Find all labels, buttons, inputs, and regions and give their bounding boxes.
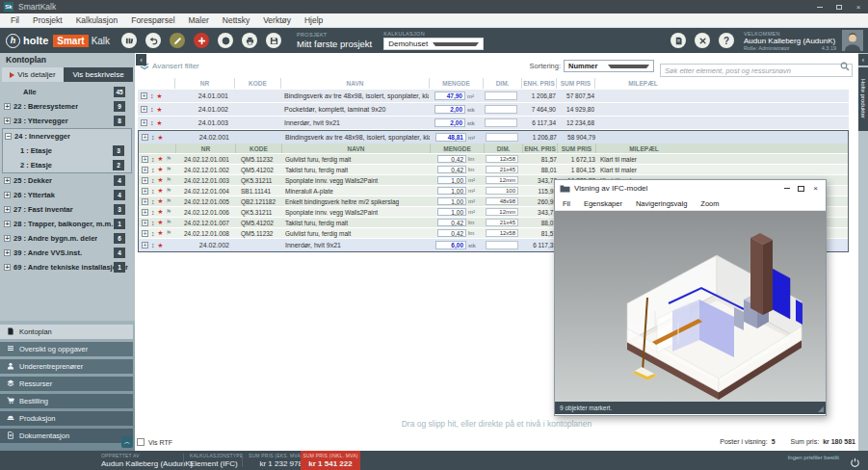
favorite-star-icon[interactable]: ★ [157,119,163,127]
column-header[interactable]: SUM PRIS [556,78,594,89]
expand-icon[interactable]: + [141,119,147,126]
favorite-star-icon[interactable]: ★ [158,197,164,205]
expand-icon[interactable]: + [4,103,11,110]
move-handle-icon[interactable]: ↕ [151,134,155,141]
column-header[interactable]: ENH. PRIS [522,144,557,153]
menubar-item[interactable]: Forespørsel [124,15,181,25]
ifc-minimize-button[interactable] [779,182,794,195]
search-icon[interactable] [840,62,850,71]
favorite-star-icon[interactable]: ★ [157,92,163,100]
quantity-input[interactable]: 1,00 [437,208,466,216]
tree-item[interactable]: +26 : Yttertak4 [0,188,135,202]
favorite-star-icon[interactable]: ★ [158,208,164,216]
quantity-input[interactable]: 0,42 [437,166,466,173]
quantity-input[interactable]: 1,00 [437,176,466,184]
move-handle-icon[interactable]: ↕ [151,177,155,184]
move-handle-icon[interactable]: ↕ [151,209,155,216]
quantity-input[interactable]: 47,90 [434,91,465,100]
dimension-input[interactable]: 12x58 [486,155,518,163]
table-row[interactable]: +↕★24.02.001Bindingsverk av tre 48x98, i… [139,131,848,144]
tree-item[interactable]: +22 : Bæresystemer9 [0,99,135,114]
ifc-maximize-button[interactable] [794,182,808,195]
sidebar-nav-kontoplan[interactable]: Kontoplan [0,325,133,339]
expand-icon[interactable]: + [142,156,148,163]
dimension-input[interactable]: 21x45 [486,166,518,173]
collapse-sidebar-button[interactable]: ‹ [136,54,146,65]
column-header[interactable]: MENGDE [430,144,484,153]
menubar-item[interactable]: Maler [182,15,216,25]
table-row[interactable]: +↕★24.01.002Pocketdør, komplett, laminat… [138,103,849,116]
tree-item[interactable]: 1 : Etasje3 [3,144,131,158]
milestone-flag-icon[interactable]: ⚑ [166,197,171,205]
tree-item[interactable]: −24 : Innervegger [3,129,131,144]
minimize-button[interactable] [810,0,829,13]
expand-icon[interactable]: + [4,192,11,198]
add-icon[interactable] [194,33,209,48]
table-row[interactable]: +↕★24.01.003Innerdør, hvit 9x212,00stk6 … [138,117,849,129]
expand-icon[interactable]: + [4,118,11,124]
milestone-flag-icon[interactable]: ⚑ [166,176,171,184]
menubar-item[interactable]: Verktøy [256,15,298,25]
column-header[interactable]: DIM. [484,144,522,153]
table-row[interactable]: +↕★⚑24.02.12.01.002QM5.41202Taklist furu… [139,165,848,174]
menubar-item[interactable]: Kalkulasjon [69,15,124,25]
quantity-input[interactable]: 0,42 [437,155,466,163]
expand-icon[interactable]: + [142,230,148,237]
dimension-input[interactable] [485,118,517,127]
tab-vis-detaljer[interactable]: Vis detaljer [2,67,64,82]
dimension-input[interactable] [485,91,517,100]
favorite-star-icon[interactable]: ★ [158,242,164,249]
move-handle-icon[interactable]: ↕ [151,167,155,173]
advanced-filter-toggle[interactable]: Avansert filter [152,62,199,70]
resize-grip-icon[interactable] [818,406,824,412]
table-row[interactable]: +↕★24.01.001Bindingsverk av tre 48x98, i… [138,90,849,102]
quantity-input[interactable]: 48,81 [435,133,466,142]
expand-icon[interactable]: + [142,188,148,195]
expand-icon[interactable]: + [142,209,148,216]
move-handle-icon[interactable]: ↕ [150,92,154,99]
expand-icon[interactable]: + [4,206,11,213]
column-header[interactable]: NR [174,78,234,89]
calculation-select[interactable]: Demohuset [383,38,484,50]
favorite-star-icon[interactable]: ★ [158,155,164,163]
tools-icon[interactable] [695,33,710,48]
ifc-menu-item[interactable]: Zoom [700,199,719,208]
column-header[interactable]: SUM PRIS [557,144,595,153]
milestone-flag-icon[interactable]: ⚑ [166,155,171,163]
milestone-flag-icon[interactable]: ⚑ [166,219,171,226]
column-header[interactable]: NR [175,144,235,153]
column-header[interactable]: KODE [234,78,280,89]
ifc-viewer-window[interactable]: Visning av IFC-model × FilEgenskaperNavi… [554,179,827,416]
quantity-input[interactable]: 0,42 [437,229,466,237]
move-handle-icon[interactable]: ↕ [151,198,155,205]
dimension-input[interactable] [486,241,518,249]
menubar-item[interactable]: Hjelp [298,15,329,25]
dimension-input[interactable]: 12mm [486,208,518,216]
quantity-input[interactable]: 1,00 [437,187,466,195]
tree-item[interactable]: +23 : Yttervegger8 [0,114,135,128]
tree-item[interactable]: 2 : Etasje2 [3,158,131,172]
dimension-input[interactable] [486,133,518,142]
column-header[interactable]: MILEPÆL [595,144,692,153]
sidebar-nav-oversikt-og-oppgaver[interactable]: Oversikt og oppgaver [0,342,133,356]
milestone-flag-icon[interactable]: ⚑ [166,229,171,237]
right-panel-tab[interactable]: Holte produkter [858,67,868,131]
collapse-panel-up-button[interactable]: ︿ [121,436,133,448]
expand-icon[interactable]: + [4,221,11,227]
dimension-input[interactable]: 12x58 [486,229,518,237]
quantity-input[interactable]: 2,00 [434,105,465,114]
column-header[interactable]: NAVN [281,144,430,153]
collapse-icon[interactable]: − [5,133,12,140]
sort-select[interactable]: Nummer [564,60,654,72]
search-input[interactable] [660,64,853,77]
edit-icon[interactable] [170,33,185,48]
favorite-star-icon[interactable]: ★ [158,166,164,173]
web-icon[interactable] [218,33,233,48]
milestone-flag-icon[interactable]: ⚑ [166,208,171,216]
dimension-input[interactable] [485,105,517,114]
undo-icon[interactable] [145,33,161,48]
power-icon[interactable] [850,455,860,465]
close-button[interactable]: × [849,0,868,13]
save-icon[interactable] [266,33,281,48]
ifc-close-button[interactable]: × [808,182,823,195]
